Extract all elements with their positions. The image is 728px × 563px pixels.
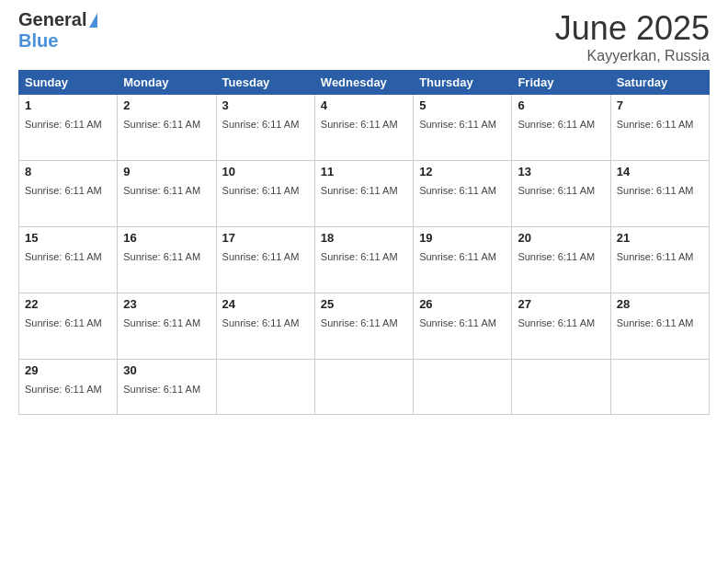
sunrise-text: Sunrise: 6:11 AM [617,317,694,328]
sunrise-text: Sunrise: 6:11 AM [25,119,102,130]
table-row: 19Sunrise: 6:11 AM [414,227,512,293]
table-row: 15Sunrise: 6:11 AM [19,227,118,293]
sunrise-text: Sunrise: 6:11 AM [222,317,300,328]
day-number: 21 [617,231,703,245]
sunrise-text: Sunrise: 6:11 AM [222,251,300,262]
sunrise-text: Sunrise: 6:11 AM [617,185,694,196]
day-number: 17 [222,231,309,245]
calendar-week-1: 1Sunrise: 6:11 AM2Sunrise: 6:11 AM3Sunri… [19,95,710,161]
sunrise-text: Sunrise: 6:11 AM [419,317,496,328]
header-thursday: Thursday [414,71,512,95]
table-row [414,360,512,415]
table-row [216,360,314,415]
calendar-table: Sunday Monday Tuesday Wednesday Thursday… [18,70,710,415]
table-row: 22Sunrise: 6:11 AM [19,293,118,360]
sunrise-text: Sunrise: 6:11 AM [321,317,398,328]
day-number: 10 [222,165,309,178]
sunrise-text: Sunrise: 6:11 AM [123,185,200,196]
table-row: 16Sunrise: 6:11 AM [118,227,216,293]
day-number: 14 [617,165,703,178]
header: General Blue June 2025 Kayyerkan, Russia [18,9,710,64]
sunrise-text: Sunrise: 6:11 AM [321,185,398,196]
table-row: 10Sunrise: 6:11 AM [216,161,314,227]
sunrise-text: Sunrise: 6:11 AM [419,185,496,196]
sunrise-text: Sunrise: 6:11 AM [25,185,102,196]
sunrise-text: Sunrise: 6:11 AM [321,251,398,262]
day-number: 16 [123,231,210,245]
table-row: 9Sunrise: 6:11 AM [118,161,216,227]
table-row [610,360,709,415]
sunrise-text: Sunrise: 6:11 AM [123,251,200,262]
logo-line2: Blue [18,30,58,52]
table-row: 28Sunrise: 6:11 AM [610,293,709,360]
day-number: 26 [419,297,506,311]
header-saturday: Saturday [610,71,709,95]
calendar-header-row: Sunday Monday Tuesday Wednesday Thursday… [19,71,710,95]
day-number: 11 [321,165,407,178]
calendar-week-4: 22Sunrise: 6:11 AM23Sunrise: 6:11 AM24Su… [19,293,710,360]
table-row: 21Sunrise: 6:11 AM [610,227,709,293]
day-number: 22 [25,297,111,311]
header-tuesday: Tuesday [216,71,314,95]
day-number: 9 [123,165,210,178]
table-row: 29Sunrise: 6:11 AM [19,360,118,415]
table-row: 17Sunrise: 6:11 AM [216,227,314,293]
calendar-week-2: 8Sunrise: 6:11 AM9Sunrise: 6:11 AM10Sunr… [19,161,710,227]
logo: General Blue [18,9,97,52]
table-row [512,360,610,415]
table-row: 24Sunrise: 6:11 AM [216,293,314,360]
day-number: 18 [321,231,407,245]
day-number: 3 [222,98,309,112]
sunrise-text: Sunrise: 6:11 AM [25,251,102,262]
day-number: 4 [321,98,407,112]
day-number: 7 [617,98,703,112]
logo-line1: General [18,9,97,30]
sunrise-text: Sunrise: 6:11 AM [123,317,200,328]
logo-blue-text: Blue [18,30,58,52]
sunrise-text: Sunrise: 6:11 AM [123,384,200,395]
sunrise-text: Sunrise: 6:11 AM [518,119,595,130]
day-number: 29 [25,363,111,377]
sunrise-text: Sunrise: 6:11 AM [321,119,398,130]
table-row: 13Sunrise: 6:11 AM [512,161,610,227]
day-number: 19 [419,231,506,245]
calendar-week-3: 15Sunrise: 6:11 AM16Sunrise: 6:11 AM17Su… [19,227,710,293]
day-number: 30 [123,363,210,377]
table-row: 18Sunrise: 6:11 AM [314,227,413,293]
day-number: 6 [518,98,604,112]
table-row: 23Sunrise: 6:11 AM [118,293,216,360]
sunrise-text: Sunrise: 6:11 AM [419,251,496,262]
day-number: 20 [518,231,604,245]
table-row: 8Sunrise: 6:11 AM [19,161,118,227]
day-number: 23 [123,297,210,311]
table-row: 2Sunrise: 6:11 AM [118,95,216,161]
sunrise-text: Sunrise: 6:11 AM [419,119,496,130]
day-number: 28 [617,297,703,311]
sunrise-text: Sunrise: 6:11 AM [518,317,595,328]
table-row [314,360,413,415]
day-number: 1 [25,98,111,112]
table-row: 20Sunrise: 6:11 AM [512,227,610,293]
calendar-week-5: 29Sunrise: 6:11 AM30Sunrise: 6:11 AM [19,360,710,415]
sunrise-text: Sunrise: 6:11 AM [25,384,102,395]
table-row: 14Sunrise: 6:11 AM [610,161,709,227]
table-row: 27Sunrise: 6:11 AM [512,293,610,360]
table-row: 25Sunrise: 6:11 AM [314,293,413,360]
day-number: 15 [25,231,111,245]
header-wednesday: Wednesday [314,71,413,95]
table-row: 1Sunrise: 6:11 AM [19,95,118,161]
sunrise-text: Sunrise: 6:11 AM [518,185,595,196]
table-row: 26Sunrise: 6:11 AM [414,293,512,360]
sunrise-text: Sunrise: 6:11 AM [123,119,200,130]
day-number: 27 [518,297,604,311]
sunrise-text: Sunrise: 6:11 AM [518,251,595,262]
page: General Blue June 2025 Kayyerkan, Russia… [0,0,728,563]
day-number: 24 [222,297,309,311]
header-sunday: Sunday [19,71,118,95]
table-row: 30Sunrise: 6:11 AM [118,360,216,415]
title-block: June 2025 Kayyerkan, Russia [555,9,710,64]
month-title: June 2025 [555,9,710,48]
logo-general-text: General [18,9,86,30]
sunrise-text: Sunrise: 6:11 AM [617,251,694,262]
header-monday: Monday [118,71,216,95]
